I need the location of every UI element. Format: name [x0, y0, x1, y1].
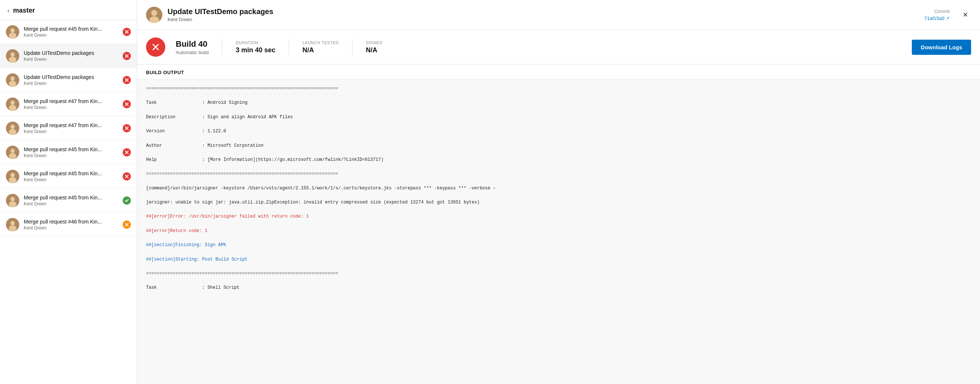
item-subtitle: Kent Green	[24, 129, 118, 134]
item-title: Update UITestDemo packages	[24, 50, 118, 56]
output-line: [command]/usr/bin/jarsigner -keystore /U…	[146, 185, 971, 192]
item-content: Update UITestDemo packagesKent Green	[24, 50, 118, 62]
svg-point-37	[9, 201, 16, 207]
item-subtitle: Kent Green	[24, 201, 118, 206]
avatar	[6, 170, 19, 183]
build-error-icon	[146, 37, 165, 57]
item-content: Merge pull request #45 from Kin...Kent G…	[24, 194, 118, 206]
build-divider	[222, 39, 223, 55]
output-line: ##[section]Starting: Post Build Script	[146, 256, 971, 263]
item-subtitle: Kent Green	[24, 57, 118, 62]
sidebar: ‹ master Merge pull request #45 from Kin…	[0, 0, 137, 384]
back-icon[interactable]: ‹	[7, 7, 9, 14]
sidebar-item[interactable]: Merge pull request #47 from Kin...Kent G…	[0, 116, 137, 140]
item-content: Update UITestDemo packagesKent Green	[24, 74, 118, 86]
item-title: Merge pull request #47 from Kin...	[24, 122, 118, 128]
svg-point-40	[9, 225, 16, 231]
output-line: Author : Microsoft Corporation	[146, 142, 971, 149]
svg-point-1	[10, 28, 15, 33]
svg-point-27	[9, 153, 16, 159]
build-output-section: BUILD OUTPUT ===========================…	[137, 64, 980, 384]
build-info-bar: Build 40 Automatic build DURATION 3 min …	[137, 30, 980, 64]
status-badge	[123, 100, 131, 108]
header-commit: Commit 71af15a0 ↗	[924, 9, 950, 21]
svg-point-16	[10, 100, 15, 105]
output-line: Task : Shell Script	[146, 284, 971, 292]
header-subtitle: Kent Green	[167, 17, 919, 22]
sidebar-item[interactable]: Update UITestDemo packagesKent Green	[0, 68, 137, 92]
svg-point-17	[9, 105, 16, 111]
main-panel: Update UITestDemo packages Kent Green Co…	[137, 0, 980, 384]
output-line: Version : 1.122.0	[146, 128, 971, 135]
svg-point-21	[10, 124, 15, 129]
output-line: Task : Android Signing	[146, 99, 971, 107]
svg-point-44	[151, 10, 157, 16]
build-output-content: ========================================…	[137, 79, 980, 305]
sidebar-item[interactable]: Merge pull request #45 from Kin...Kent G…	[0, 189, 137, 213]
status-badge	[123, 196, 131, 205]
output-line: ========================================…	[146, 270, 971, 277]
sidebar-item[interactable]: Merge pull request #45 from Kin...Kent G…	[0, 140, 137, 164]
avatar	[146, 7, 162, 23]
item-subtitle: Kent Green	[24, 153, 118, 158]
svg-point-32	[9, 177, 16, 183]
status-badge	[123, 148, 131, 156]
item-title: Merge pull request #45 from Kin...	[24, 194, 118, 201]
svg-point-22	[9, 129, 16, 135]
status-badge	[123, 28, 131, 36]
sidebar-item[interactable]: Merge pull request #46 from Kin...Kent G…	[0, 213, 137, 237]
sidebar-item[interactable]: Merge pull request #45 from Kin...Kent G…	[0, 164, 137, 189]
item-title: Merge pull request #46 from Kin...	[24, 219, 118, 225]
output-line: ##[error]Error: /usr/bin/jarsigner faile…	[146, 213, 971, 220]
item-title: Merge pull request #45 from Kin...	[24, 147, 118, 152]
item-title: Merge pull request #47 from Kin...	[24, 98, 118, 104]
status-badge	[123, 52, 131, 60]
output-line: jarsigner: unable to sign jar: java.util…	[146, 199, 971, 206]
sidebar-item[interactable]: Update UITestDemo packagesKent Green	[0, 44, 137, 68]
download-logs-button[interactable]: Download Logs	[912, 40, 971, 55]
avatar	[6, 73, 19, 87]
item-subtitle: Kent Green	[24, 33, 118, 38]
status-badge	[123, 172, 131, 180]
output-line: ##[section]Finishing: Sign APK	[146, 242, 971, 249]
item-subtitle: Kent Green	[24, 177, 118, 182]
sidebar-list: Merge pull request #45 from Kin...Kent G…	[0, 20, 137, 384]
commit-label: Commit	[934, 9, 950, 14]
sidebar-item[interactable]: Merge pull request #47 from Kin...Kent G…	[0, 92, 137, 116]
header-title: Update UITestDemo packages	[167, 7, 919, 16]
build-signed: SIGNED N/A	[366, 40, 382, 54]
avatar	[6, 194, 19, 207]
output-line: ========================================…	[146, 170, 971, 178]
svg-point-6	[10, 52, 15, 57]
svg-point-11	[10, 76, 15, 81]
item-content: Merge pull request #46 from Kin...Kent G…	[24, 219, 118, 231]
build-type: Automatic build	[176, 50, 209, 55]
output-line: Help : [More Information](https://go.mic…	[146, 156, 971, 164]
item-content: Merge pull request #45 from Kin...Kent G…	[24, 147, 118, 158]
svg-point-31	[10, 173, 15, 177]
svg-point-2	[9, 33, 16, 38]
commit-hash[interactable]: 71af15a0 ↗	[924, 16, 950, 21]
main-header: Update UITestDemo packages Kent Green Co…	[137, 0, 980, 30]
item-content: Merge pull request #47 from Kin...Kent G…	[24, 122, 118, 134]
item-subtitle: Kent Green	[24, 105, 118, 110]
status-badge	[123, 124, 131, 132]
build-number: Build 40	[176, 39, 209, 49]
build-output-header: BUILD OUTPUT	[137, 64, 980, 79]
sidebar-item[interactable]: Merge pull request #45 from Kin...Kent G…	[0, 20, 137, 44]
avatar	[6, 121, 19, 135]
item-subtitle: Kent Green	[24, 81, 118, 86]
status-badge	[123, 220, 131, 229]
avatar	[6, 146, 19, 159]
item-content: Merge pull request #45 from Kin...Kent G…	[24, 26, 118, 38]
close-button[interactable]: ✕	[959, 9, 971, 21]
item-title: Update UITestDemo packages	[24, 74, 118, 80]
sidebar-title: master	[13, 7, 35, 14]
svg-point-26	[10, 149, 15, 153]
item-title: Merge pull request #45 from Kin...	[24, 26, 118, 32]
external-link-icon: ↗	[946, 16, 950, 21]
avatar	[6, 49, 19, 63]
item-title: Merge pull request #45 from Kin...	[24, 170, 118, 177]
build-duration: DURATION 3 min 40 sec	[236, 40, 275, 54]
avatar	[6, 97, 19, 111]
